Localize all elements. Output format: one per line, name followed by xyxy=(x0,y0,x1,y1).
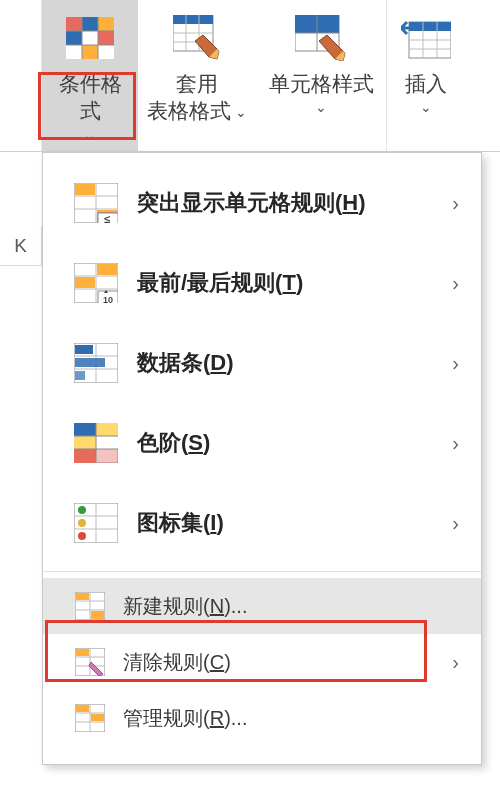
menu-color-scales[interactable]: 色阶(S) › xyxy=(43,403,481,483)
chevron-right-icon: › xyxy=(452,651,459,674)
svg-rect-5 xyxy=(82,31,98,45)
column-header-cell: K xyxy=(0,226,42,266)
svg-rect-87 xyxy=(91,714,104,721)
manage-rules-icon xyxy=(73,701,107,735)
conditional-formatting-icon xyxy=(62,10,118,66)
insert-icon xyxy=(398,10,454,66)
svg-rect-60 xyxy=(96,449,118,463)
menu-item-label: 新建规则(N)... xyxy=(123,593,247,620)
format-as-table-icon xyxy=(169,10,225,66)
svg-point-70 xyxy=(78,532,86,540)
icon-sets-icon xyxy=(73,500,119,546)
svg-rect-43 xyxy=(97,264,117,275)
svg-rect-9 xyxy=(98,45,114,59)
svg-rect-57 xyxy=(74,436,96,449)
menu-separator xyxy=(43,571,481,572)
chevron-right-icon: › xyxy=(452,432,459,455)
svg-point-69 xyxy=(78,519,86,527)
svg-text:10: 10 xyxy=(103,295,113,303)
caret-icon: ⌄ xyxy=(420,99,432,115)
annotation-highlight-1 xyxy=(38,72,136,140)
menu-item-label: 数据条(D) xyxy=(137,348,234,378)
svg-rect-4 xyxy=(66,31,82,45)
svg-rect-56 xyxy=(96,423,118,436)
insert-label: 插入 xyxy=(405,70,447,97)
svg-rect-8 xyxy=(82,45,98,59)
format-as-table-label-bottom: 表格格式 xyxy=(147,97,231,124)
insert-button[interactable]: 插入 ⌄ xyxy=(387,0,457,151)
menu-item-label: 最前/最后规则(T) xyxy=(137,268,303,298)
highlight-cells-icon: ≤ xyxy=(73,180,119,226)
svg-rect-6 xyxy=(98,31,114,45)
caret-icon: ⌄ xyxy=(315,99,327,115)
annotation-highlight-2 xyxy=(45,620,427,682)
svg-rect-52 xyxy=(75,358,105,367)
menu-item-label: 图标集(I) xyxy=(137,508,224,538)
menu-highlight-cells-rules[interactable]: ≤ 突出显示单元格规则(H) › xyxy=(43,163,481,243)
chevron-right-icon: › xyxy=(452,352,459,375)
format-as-table-label-top: 套用 xyxy=(176,70,218,97)
cell-styles-button[interactable]: 单元格样式 ⌄ xyxy=(256,0,386,151)
menu-manage-rules[interactable]: 管理规则(R)... xyxy=(43,690,481,746)
menu-top-bottom-rules[interactable]: 10 最前/最后规则(T) › xyxy=(43,243,481,323)
cell-styles-icon xyxy=(293,10,349,66)
svg-rect-59 xyxy=(74,449,96,463)
svg-text:≤: ≤ xyxy=(104,213,110,223)
svg-rect-86 xyxy=(76,705,89,712)
svg-rect-7 xyxy=(66,45,82,59)
svg-rect-75 xyxy=(76,593,89,600)
chevron-right-icon: › xyxy=(452,512,459,535)
svg-rect-55 xyxy=(74,423,96,436)
chevron-right-icon: › xyxy=(452,272,459,295)
menu-item-label: 管理规则(R)... xyxy=(123,705,247,732)
menu-item-label: 突出显示单元格规则(H) xyxy=(137,188,366,218)
svg-rect-3 xyxy=(98,17,114,31)
svg-point-68 xyxy=(78,506,86,514)
cell-styles-label: 单元格样式 xyxy=(269,70,374,97)
chevron-right-icon: › xyxy=(452,192,459,215)
svg-rect-34 xyxy=(75,184,95,195)
new-rule-icon xyxy=(73,589,107,623)
menu-item-label: 色阶(S) xyxy=(137,428,210,458)
svg-rect-1 xyxy=(66,17,82,31)
svg-rect-53 xyxy=(75,371,85,380)
top-bottom-icon: 10 xyxy=(73,260,119,306)
menu-data-bars[interactable]: 数据条(D) › xyxy=(43,323,481,403)
svg-rect-2 xyxy=(82,17,98,31)
caret-icon: ⌄ xyxy=(235,104,247,120)
svg-rect-15 xyxy=(173,15,213,24)
svg-rect-44 xyxy=(75,277,95,288)
menu-icon-sets[interactable]: 图标集(I) › xyxy=(43,483,481,563)
color-scales-icon xyxy=(73,420,119,466)
svg-rect-51 xyxy=(75,345,93,354)
svg-rect-58 xyxy=(96,436,118,449)
svg-rect-76 xyxy=(91,611,104,619)
format-as-table-button[interactable]: 套用 表格格式 ⌄ xyxy=(138,0,256,151)
ribbon-spacer xyxy=(0,0,42,151)
data-bars-icon xyxy=(73,340,119,386)
